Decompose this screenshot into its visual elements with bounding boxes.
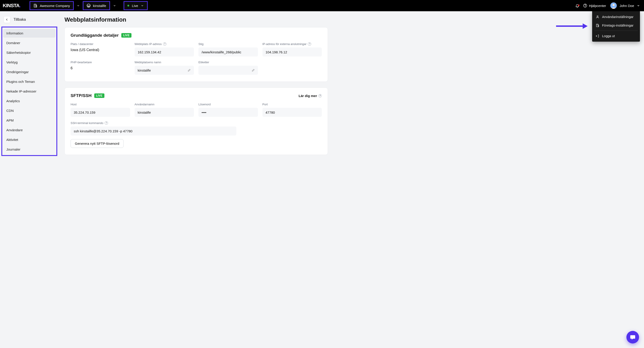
field-path-value[interactable]: /www/kinstalife_268/public [198, 47, 258, 56]
help-center-link[interactable]: Hjälpcenter [583, 3, 606, 8]
field-username-value[interactable]: kinstalife [134, 108, 194, 117]
annotation-arrow [556, 24, 588, 28]
main-content: Webbplatsinformation Grundläggande detal… [59, 11, 334, 170]
dropdown-separator [594, 31, 638, 31]
field-site-ip-label: Webbplats IP-adress [134, 42, 162, 46]
field-php-value: 6 [70, 66, 130, 70]
brand-logo: KINSTA. [3, 3, 20, 8]
field-username-label: Användarnamn [134, 103, 194, 106]
field-site-name-value[interactable]: kinstalife [134, 66, 194, 75]
dropdown-user-settings[interactable]: Användarinställningar [592, 12, 640, 21]
field-password-label: Lösenord [198, 103, 258, 106]
card-basic-details: Grundläggande detaljer LIVE Plats / data… [64, 27, 328, 82]
chevron-down-icon [141, 4, 144, 7]
avatar [610, 2, 617, 9]
field-port-value[interactable]: 47780 [262, 108, 322, 117]
user-icon [596, 15, 599, 19]
svg-point-10 [597, 16, 598, 17]
field-tags-label: Etiketter [198, 61, 258, 64]
arrow-left-icon [5, 18, 9, 21]
notification-dot-icon [578, 4, 580, 6]
help-circle-icon[interactable]: ? [105, 121, 108, 125]
company-switcher-chevron[interactable] [74, 4, 83, 7]
help-center-label: Hjälpcenter [589, 4, 606, 8]
sidebar-item-omdirigeringar[interactable]: Omdirigeringar [3, 68, 56, 76]
generate-sftp-password-button[interactable]: Generera nytt SFTP-lösenord [70, 139, 124, 148]
field-site-ip: Webbplats IP-adress ? 162.159.134.42 [134, 42, 194, 56]
field-tags: Etiketter [198, 61, 258, 75]
sidebar-item-anv-ndare[interactable]: Användare [3, 126, 56, 134]
building-icon [33, 3, 38, 8]
chevron-down-icon [77, 4, 80, 7]
field-site-name-text: kinstalife [138, 68, 151, 72]
company-switcher[interactable]: Awesome Company [30, 1, 74, 10]
field-external-ip-value[interactable]: 104.198.76.12 [262, 47, 322, 56]
field-path-label: Stig [198, 42, 258, 46]
back-label: Tillbaka [14, 17, 26, 22]
sidebar-item-s-kerhetskopior[interactable]: Säkerhetskopior [3, 48, 56, 57]
field-php-label: PHP-bearbetare [70, 61, 130, 64]
site-switcher-chevron[interactable] [110, 4, 119, 7]
sidebar-nav: InformationDomänerSäkerhetskopiorVerktyg… [1, 26, 57, 156]
notifications-button[interactable] [573, 3, 581, 8]
dropdown-company-settings[interactable]: Företags-inställningar [592, 21, 640, 30]
sidebar-item-analytics[interactable]: Analytics [3, 97, 56, 105]
learn-more-link[interactable]: Lär dig mer ? [298, 94, 322, 98]
sidebar-item-aktivitet[interactable]: Aktivitet [3, 135, 56, 144]
back-button[interactable] [4, 16, 10, 23]
field-site-name-label: Webbplatsens namn [134, 61, 194, 64]
field-username: Användarnamn kinstalife [134, 103, 194, 117]
card-sftp-title: SFTP/SSH [70, 93, 92, 98]
sidebar: Tillbaka InformationDomänerSäkerhetskopi… [0, 11, 59, 170]
field-site-ip-value[interactable]: 162.159.134.42 [134, 47, 194, 56]
field-host-value[interactable]: 35.224.70.159 [70, 108, 130, 117]
field-port: Port 47780 [262, 103, 322, 117]
site-name: kinstalife [93, 4, 106, 8]
page-title: Webbplatsinformation [64, 16, 328, 23]
live-badge: LIVE [94, 93, 104, 98]
chat-button[interactable] [626, 331, 639, 344]
card-basic-title: Grundläggande detaljer [70, 33, 118, 38]
environment-switcher[interactable]: Live [124, 1, 148, 10]
field-external-ip-label: IP-adress för externa anslutningar [262, 42, 307, 46]
field-host-label: Host [70, 103, 130, 106]
sidebar-item-apm[interactable]: APM [3, 116, 56, 125]
sidebar-item-dom-ner[interactable]: Domäner [3, 38, 56, 47]
help-circle-icon[interactable]: ? [308, 42, 311, 46]
building-icon [596, 24, 599, 27]
environment-label: Live [132, 4, 138, 8]
field-php-workers: PHP-bearbetare 6 [70, 61, 130, 75]
sidebar-item-journaler[interactable]: Journaler [3, 145, 56, 154]
field-site-name: Webbplatsens namn kinstalife [134, 61, 194, 75]
field-location-value: Iowa (US Central) [70, 47, 130, 52]
field-tags-value[interactable] [198, 66, 258, 75]
field-ssh-value[interactable]: ssh kinstalife@35.224.70.159 -p 47780 [70, 127, 236, 136]
sidebar-item-nekade-ip-adresser[interactable]: Nekade IP-adresser [3, 87, 56, 96]
site-switcher[interactable]: kinstalife [83, 1, 110, 10]
avatar-icon [610, 2, 617, 9]
dropdown-user-settings-label: Användarinställningar [602, 15, 634, 19]
sidebar-item-verktyg[interactable]: Verktyg [3, 58, 56, 67]
edit-icon[interactable] [188, 69, 191, 72]
edit-icon[interactable] [252, 69, 255, 72]
sidebar-item-plugins-och-teman[interactable]: Plugins och Teman [3, 77, 56, 86]
dropdown-logout[interactable]: Logga ut [592, 32, 640, 40]
sidebar-item-information[interactable]: Information [3, 29, 56, 38]
field-password: Lösenord •••• [198, 103, 258, 117]
field-ssh-command: SSH-terminal kommando ? ssh kinstalife@3… [70, 121, 322, 136]
chevron-down-icon [637, 4, 640, 7]
dropdown-company-settings-label: Företags-inställningar [602, 24, 634, 27]
sidebar-item-cdn[interactable]: CDN [3, 106, 56, 115]
dropdown-logout-label: Logga ut [602, 34, 615, 38]
field-path: Stig /www/kinstalife_268/public [198, 42, 258, 56]
wordpress-icon [86, 3, 91, 8]
field-password-value[interactable]: •••• [198, 108, 258, 117]
svg-point-9 [612, 4, 614, 6]
live-badge: LIVE [121, 33, 132, 38]
help-circle-icon: ? [318, 94, 322, 97]
user-menu-button[interactable]: John Doe [610, 2, 640, 9]
help-circle-icon[interactable]: ? [163, 42, 166, 46]
user-name: John Doe [620, 4, 634, 8]
logout-icon [596, 34, 599, 38]
user-dropdown: Användarinställningar Företags-inställni… [592, 11, 640, 42]
